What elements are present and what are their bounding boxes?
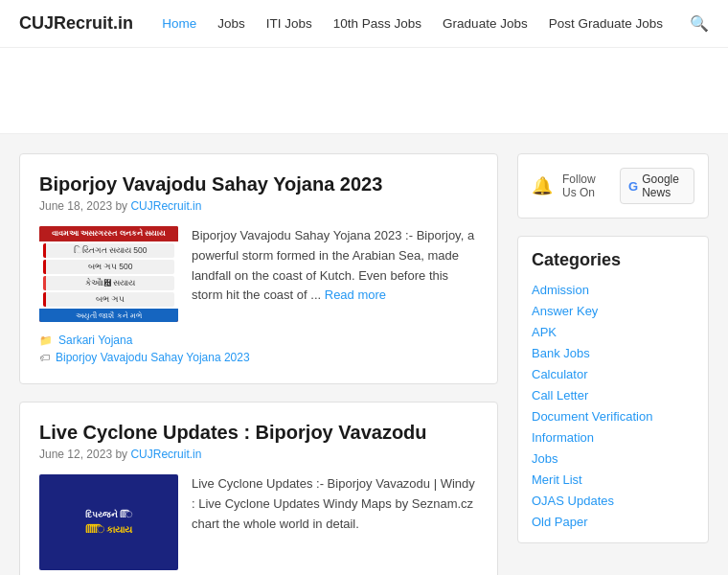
list-item: Admission — [532, 282, 694, 297]
article-excerpt-1: Biporjoy Vavajodu Sahay Yojana 2023 :- B… — [192, 226, 478, 322]
nav-iti-jobs[interactable]: ITI Jobs — [266, 16, 312, 31]
category-merit-list[interactable]: Merit List — [532, 472, 582, 487]
article-title-1: Biporjoy Vavajodu Sahay Yojana 2023 — [39, 173, 478, 196]
folder-icon: 📁 — [39, 334, 53, 347]
article-card-1: Biporjoy Vavajodu Sahay Yojana 2023 June… — [19, 153, 498, 384]
thumb2-subtitle: િિિિિિ કાયાય — [85, 524, 133, 536]
article-excerpt-2: Live Cyclone Updates :- Biporjoy Vavazod… — [192, 474, 478, 570]
article-date-1: June 18, 2023 — [39, 199, 112, 213]
category-old-paper[interactable]: Old Paper — [532, 515, 588, 529]
ad-banner — [0, 48, 728, 134]
nav-10th-pass[interactable]: 10th Pass Jobs — [333, 16, 421, 31]
article-author-2[interactable]: CUJRecruit.in — [130, 448, 201, 461]
category-calculator[interactable]: Calculator — [532, 367, 588, 381]
category-bank-jobs[interactable]: Bank Jobs — [532, 346, 590, 360]
category-apk[interactable]: APK — [532, 325, 557, 339]
article-author-1[interactable]: CUJRecruit.in — [130, 199, 201, 213]
list-item: Merit List — [532, 472, 694, 487]
google-news-button[interactable]: G Google News — [620, 168, 694, 204]
thumb-row-4: બભ ઞપ — [43, 292, 174, 307]
article-meta-2: June 12, 2023 by CUJRecruit.in — [39, 448, 478, 461]
category-answer-key[interactable]: Answer Key — [532, 304, 598, 318]
list-item: OJAS Updates — [532, 493, 694, 508]
thumb-rows: િય્તિગત સયાય 500 બભ ઞપ 500 કેઔા઄ સયાય બભ… — [39, 242, 178, 309]
thumb-top-bar: વાવમઆ અસરગરસ્ત લનકને સયાય — [39, 226, 178, 242]
nav-graduate[interactable]: Graduate Jobs — [443, 16, 528, 31]
google-g-icon: G — [628, 179, 638, 194]
read-more-link-1[interactable]: Read more — [325, 288, 386, 302]
category-link-1[interactable]: Sarkari Yojana — [58, 334, 132, 347]
list-item: Calculator — [532, 366, 694, 381]
search-icon[interactable]: 🔍 — [690, 14, 709, 33]
list-item: Bank Jobs — [532, 345, 694, 360]
nav-postgraduate[interactable]: Post Graduate Jobs — [549, 16, 663, 31]
categories-widget: Categories Admission Answer Key APK Bank… — [517, 236, 709, 543]
nav-home[interactable]: Home — [162, 16, 196, 31]
bell-icon: 🔔 — [532, 175, 553, 196]
category-call-letter[interactable]: Call Letter — [532, 388, 588, 402]
site-logo[interactable]: CUJRecruit.in — [19, 13, 133, 34]
category-document-verification[interactable]: Document Verification — [532, 409, 652, 424]
list-item: Call Letter — [532, 387, 694, 402]
article-meta-1: June 18, 2023 by CUJRecruit.in — [39, 199, 478, 213]
article-title-2: Live Cyclone Updates : Biporjoy Vavazodu — [39, 422, 478, 444]
category-admission[interactable]: Admission — [532, 283, 589, 297]
main-container: Biporjoy Vavajodu Sahay Yojana 2023 June… — [0, 134, 728, 575]
thumb-bottom: અયૃતી જાશૈ કને મભે — [39, 309, 178, 322]
content-area: Biporjoy Vavajodu Sahay Yojana 2023 June… — [19, 153, 498, 575]
article-body-1: વાવમઆ અસરગરસ્ત લનકને સયાય િય્તિગત સયાય 5… — [39, 226, 478, 322]
thumb2-title: દિપય્જને િિિ — [85, 510, 132, 520]
follow-label: Follow Us On — [562, 172, 610, 199]
list-item: Old Paper — [532, 514, 694, 529]
list-item: Jobs — [532, 450, 694, 466]
category-row-1: 📁 Sarkari Yojana — [39, 334, 478, 347]
category-information[interactable]: Information — [532, 430, 594, 445]
sidebar: 🔔 Follow Us On G Google News Categories … — [517, 153, 709, 575]
list-item: Answer Key — [532, 303, 694, 318]
nav-jobs[interactable]: Jobs — [217, 16, 245, 31]
categories-title: Categories — [532, 250, 694, 270]
category-list: Admission Answer Key APK Bank Jobs Calcu… — [532, 282, 694, 529]
list-item: Information — [532, 429, 694, 445]
article-card-2: Live Cyclone Updates : Biporjoy Vavazodu… — [19, 402, 498, 575]
main-nav: Home Jobs ITI Jobs 10th Pass Jobs Gradua… — [162, 14, 709, 33]
follow-widget: 🔔 Follow Us On G Google News — [517, 153, 709, 218]
thumb-row-3: કેઔા઄ સયાય — [43, 276, 174, 290]
tag-row-1: 🏷 Biporjoy Vavajodu Sahay Yojana 2023 — [39, 351, 478, 364]
article-thumb-1: વાવમઆ અસરગરસ્ત લનકને સયાય િય્તિગત સયાય 5… — [39, 226, 178, 322]
article-date-2: June 12, 2023 — [39, 448, 112, 461]
list-item: APK — [532, 324, 694, 339]
site-header: CUJRecruit.in Home Jobs ITI Jobs 10th Pa… — [0, 0, 728, 48]
tag-icon: 🏷 — [39, 352, 50, 363]
tag-link-1[interactable]: Biporjoy Vavajodu Sahay Yojana 2023 — [56, 351, 250, 364]
article-body-2: દિપય્જને િિિ િિિિિિ કાયાય Live Cyclone U… — [39, 474, 478, 570]
thumb-row-1: િય્તિગત સયાય 500 — [43, 243, 174, 258]
list-item: Document Verification — [532, 408, 694, 424]
category-jobs[interactable]: Jobs — [532, 451, 557, 466]
category-ojas-updates[interactable]: OJAS Updates — [532, 494, 614, 508]
google-news-label: Google News — [642, 172, 686, 199]
article-thumb-2: દિપય્જને િિિ િિિિિિ કાયાય — [39, 474, 178, 570]
thumb-row-2: બભ ઞપ 500 — [43, 260, 174, 274]
article-footer-1: 📁 Sarkari Yojana 🏷 Biporjoy Vavajodu Sah… — [39, 334, 478, 364]
follow-us-row: 🔔 Follow Us On G Google News — [532, 168, 694, 204]
